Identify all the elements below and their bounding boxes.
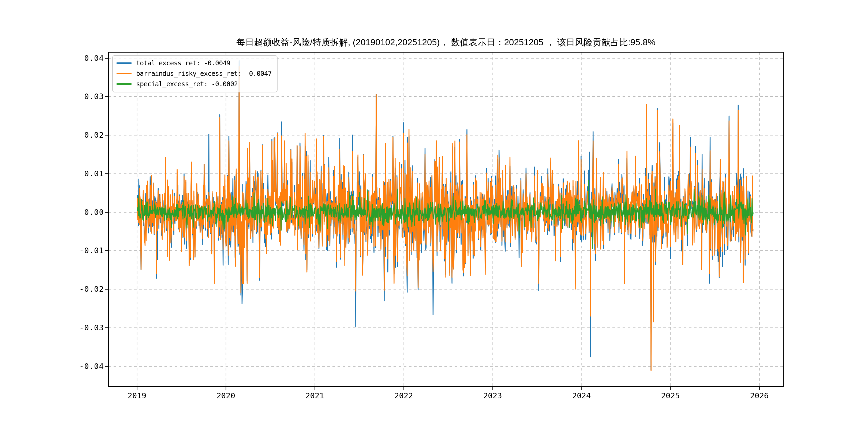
legend-entry: barraindus_risky_excess_ret: -0.0047 [117, 68, 272, 79]
x-tick-label: 2025 [648, 392, 693, 400]
chart-title: 每日超额收益-风险/特质拆解, (20190102,20251205)， 数值表… [108, 36, 783, 49]
y-tick-label: -0.02 [63, 285, 104, 293]
y-tick-label: 0.03 [63, 92, 104, 101]
figure: 每日超额收益-风险/特质拆解, (20190102,20251205)， 数值表… [0, 0, 868, 434]
x-tick-label: 2026 [737, 392, 782, 400]
legend-entry: total_excess_ret: -0.0049 [117, 58, 272, 68]
x-tick-label: 2021 [292, 392, 338, 400]
x-tick-label: 2023 [470, 392, 516, 400]
x-tick-label: 2020 [203, 392, 249, 400]
legend-label: total_excess_ret: -0.0049 [136, 59, 230, 67]
y-tick-label: -0.04 [63, 362, 104, 371]
y-tick-label: 0.01 [63, 169, 104, 178]
legend-label: barraindus_risky_excess_ret: -0.0047 [136, 70, 272, 78]
legend-entry: special_excess_ret: -0.0002 [117, 79, 272, 89]
legend-line-swatch [117, 83, 131, 85]
x-tick-label: 2019 [114, 392, 160, 400]
y-tick-label: 0.00 [63, 208, 104, 216]
x-tick-label: 2024 [559, 392, 604, 400]
legend-label: special_excess_ret: -0.0002 [136, 80, 238, 88]
legend: total_excess_ret: -0.0049barraindus_risk… [112, 55, 278, 92]
y-tick-label: -0.03 [63, 323, 104, 332]
y-tick-label: 0.04 [63, 54, 104, 62]
legend-line-swatch [117, 62, 131, 64]
legend-line-swatch [117, 73, 131, 74]
y-tick-label: 0.02 [63, 131, 104, 139]
y-tick-label: -0.01 [63, 246, 104, 255]
x-tick-label: 2022 [381, 392, 427, 400]
